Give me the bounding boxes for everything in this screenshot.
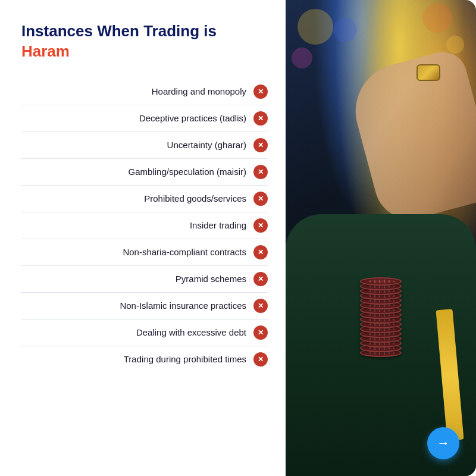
list-item: Deceptive practices (tadlis) — [21, 105, 268, 132]
table-stripe — [436, 309, 464, 441]
x-mark-icon — [253, 192, 268, 206]
list-item: Prohibited goods/services — [21, 186, 268, 212]
item-text: Prohibited goods/services — [144, 193, 246, 203]
list-item: Pyramid schemes — [21, 266, 268, 293]
x-mark-icon — [253, 299, 268, 313]
x-mark-icon — [253, 111, 268, 126]
bokeh-light-2 — [333, 18, 357, 42]
x-mark-icon — [253, 138, 268, 152]
x-mark-icon — [253, 352, 268, 367]
poker-chip — [360, 277, 402, 286]
x-mark-icon — [253, 325, 268, 340]
title-highlight: Haram — [21, 42, 70, 60]
hand-image — [345, 47, 476, 227]
item-text: Non-Islamic insurance practices — [120, 300, 246, 311]
list-item: Trading during prohibited times — [21, 346, 268, 372]
watch-image — [416, 64, 440, 81]
page-title: Instances When Trading is Haram — [21, 21, 268, 62]
x-mark-icon — [253, 245, 268, 259]
casino-background — [286, 0, 476, 476]
list-item: Hoarding and monopoly — [21, 79, 268, 105]
bokeh-light-1 — [298, 9, 333, 45]
item-text: Pyramid schemes — [176, 274, 246, 284]
bokeh-light-4 — [446, 36, 464, 54]
bokeh-light-5 — [292, 48, 312, 68]
x-mark-icon — [253, 165, 268, 179]
main-container: Instances When Trading is Haram Hoarding… — [0, 0, 476, 476]
x-mark-icon — [253, 272, 268, 286]
arrow-button[interactable] — [427, 427, 459, 459]
item-text: Insider trading — [190, 220, 246, 230]
item-text: Gambling/speculation (maisir) — [129, 167, 246, 177]
item-text: Deceptive practices (tadlis) — [139, 113, 246, 123]
title-prefix: Instances When Trading is — [21, 22, 217, 40]
item-text: Uncertainty (gharar) — [167, 140, 246, 150]
item-text: Dealing with excessive debt — [136, 327, 246, 337]
items-list: Hoarding and monopolyDeceptive practices… — [21, 79, 268, 458]
item-text: Hoarding and monopoly — [152, 86, 246, 96]
list-item: Uncertainty (gharar) — [21, 132, 268, 159]
list-item: Insider trading — [21, 212, 268, 239]
chips-stack — [360, 281, 402, 357]
x-mark-icon — [253, 84, 268, 99]
item-text: Trading during prohibited times — [124, 354, 246, 364]
list-item: Non-sharia-compliant contracts — [21, 239, 268, 266]
list-item: Gambling/speculation (maisir) — [21, 159, 268, 186]
x-mark-icon — [253, 218, 268, 233]
item-text: Non-sharia-compliant contracts — [123, 247, 246, 257]
list-item: Dealing with excessive debt — [21, 320, 268, 346]
list-item: Non-Islamic insurance practices — [21, 293, 268, 320]
left-panel: Instances When Trading is Haram Hoarding… — [0, 0, 286, 476]
bokeh-light-3 — [422, 3, 452, 33]
right-panel — [286, 0, 476, 476]
